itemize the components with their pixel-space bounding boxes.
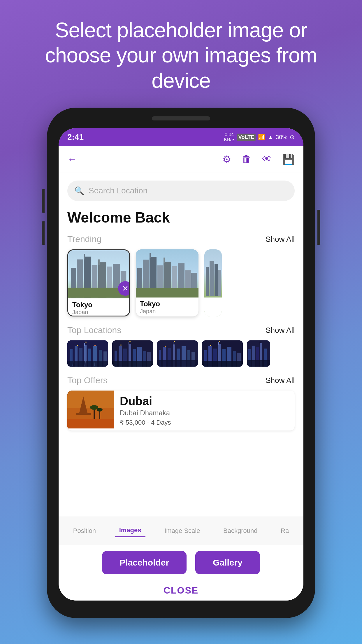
search-placeholder-text: Search Location [89,186,147,195]
svg-point-57 [120,344,122,346]
app-bar: ← ⚙ 🗑 👁 💾 [59,146,303,172]
top-offers-section: Top Offers Show All [67,375,295,430]
search-icon: 🔍 [74,186,85,196]
svg-rect-16 [150,253,151,258]
top-locations-title: Top Locations [67,325,121,335]
svg-point-83 [210,345,211,346]
data-speed: 0.04KB/S [224,132,234,142]
svg-point-100 [90,405,98,410]
svg-rect-43 [67,361,108,367]
phone-shell: 2:41 0.04KB/S VoLTE 📶 ▲ 30% ⊙ ← ⚙ 🗑 👁 💾 [47,108,315,618]
svg-rect-24 [136,288,198,298]
trending-title: Trending [67,234,101,244]
svg-rect-85 [202,361,243,367]
gallery-button[interactable]: Gallery [195,551,260,574]
city-card-bottom-1: Tokyo Japan [68,298,129,316]
close-button-area: CLOSE [59,580,303,601]
svg-rect-93 [247,360,270,367]
offer-price: ₹ 53,000 - 4 Days [120,419,289,426]
main-content: 🔍 Search Location Welcome Back Trending … [59,172,303,516]
tab-extra[interactable]: Ra [277,525,293,537]
top-locations-section: Top Locations Show All [67,325,295,367]
svg-rect-4 [84,254,85,259]
tab-image-scale[interactable]: Image Scale [160,525,204,537]
delete-icon[interactable]: 🗑 [242,153,252,165]
battery-text: 30% [276,134,287,141]
svg-point-70 [165,346,166,347]
loc-thumb-4[interactable] [202,340,243,367]
svg-rect-91 [260,342,260,344]
trending-card-3-partial [204,249,222,316]
tab-background[interactable]: Background [219,525,261,537]
svg-point-41 [85,342,87,343]
country-name-2: Japan [140,308,194,315]
trending-show-all[interactable]: Show All [266,235,295,244]
trending-row: Tokyo Japan ✕ [67,249,295,316]
svg-rect-59 [112,361,153,367]
svg-point-58 [129,341,131,342]
svg-rect-29 [204,298,222,316]
volte-icon: VoLTE [237,134,256,141]
loc-thumb-2[interactable] [112,340,153,367]
save-icon[interactable]: 💾 [282,153,295,165]
app-bar-left: ← [67,153,77,165]
loc-thumb-3[interactable] [157,340,198,367]
svg-rect-72 [157,360,198,367]
placeholder-button[interactable]: Placeholder [102,551,187,574]
tab-images[interactable]: Images [115,524,145,537]
welcome-text: Welcome Back [67,209,295,226]
svg-rect-35 [84,343,85,346]
offer-image [67,391,114,428]
svg-rect-98 [76,413,91,415]
city-card-img-2 [136,249,198,298]
svg-rect-28 [218,270,221,296]
offer-description: Dubai Dhamaka [120,409,289,417]
trending-card-2[interactable]: Tokyo Japan [136,249,198,316]
close-button[interactable]: CLOSE [164,585,198,596]
svg-point-84 [219,341,220,342]
svg-rect-103 [67,419,114,428]
trending-card-1[interactable]: Tokyo Japan ✕ [67,249,130,316]
top-offers-show-all[interactable]: Show All [266,376,295,385]
search-bar[interactable]: 🔍 Search Location [67,181,295,201]
signal-icon: ▲ [268,134,273,141]
svg-rect-65 [173,342,173,346]
city-name-2: Tokyo [140,300,194,308]
svg-rect-19 [164,258,165,263]
action-buttons-area: Placeholder Gallery [59,545,303,580]
svg-rect-52 [129,342,129,345]
svg-point-40 [77,345,78,346]
loc-thumb-1[interactable] [67,340,108,367]
svg-point-42 [94,345,96,346]
offer-info: Dubai Dubai Dhamaka ₹ 53,000 - 4 Days [114,391,295,430]
top-locations-show-all[interactable]: Show All [266,326,295,335]
status-bar: 2:41 0.04KB/S VoLTE 📶 ▲ 30% ⊙ [59,128,303,146]
trending-section: Trending Show All [67,234,295,316]
trending-header: Trending Show All [67,234,295,244]
bottom-toolbar: Position Images Image Scale Background R… [59,516,303,545]
svg-rect-7 [98,260,100,265]
svg-rect-26 [210,261,214,296]
svg-point-102 [97,408,103,412]
top-locations-header: Top Locations Show All [67,325,295,335]
back-button[interactable]: ← [67,153,77,165]
wifi-icon: 📶 [258,134,265,141]
eye-icon[interactable]: 👁 [262,153,272,165]
loc-thumb-5[interactable] [247,340,270,367]
hero-text: Select placeholder image or choose your … [0,0,362,105]
svg-rect-78 [218,342,219,345]
phone-screen: 2:41 0.04KB/S VoLTE 📶 ▲ 30% ⊙ ← ⚙ 🗑 👁 💾 [59,128,303,601]
svg-rect-27 [215,264,218,296]
tab-position[interactable]: Position [69,525,100,537]
country-name-1: Japan [72,309,125,316]
city-name-1: Tokyo [72,301,125,309]
app-bar-right: ⚙ 🗑 👁 💾 [222,153,295,165]
top-offers-title: Top Offers [67,375,108,385]
content-card: 🔍 Search Location Welcome Back Trending … [59,172,303,516]
battery-icon: ⊙ [290,134,295,141]
svg-rect-25 [206,267,209,296]
settings-icon[interactable]: ⚙ [222,153,231,165]
offer-city-name: Dubai [120,395,289,408]
offer-card[interactable]: Dubai Dubai Dhamaka ₹ 53,000 - 4 Days [67,391,295,430]
svg-point-71 [174,341,175,342]
